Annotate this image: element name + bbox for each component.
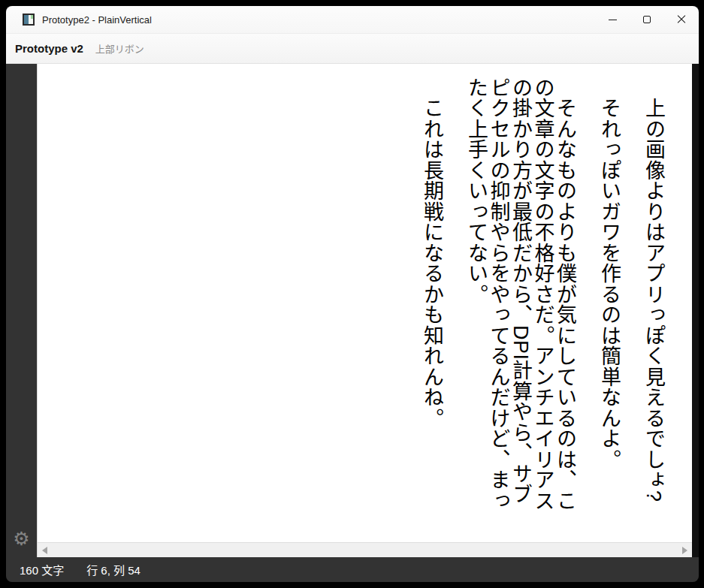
text-column: 上の画像よりはアプリっぽく見えるでしょ?	[642, 77, 665, 542]
vertical-text-editor[interactable]: 上の画像よりはアプリっぽく見えるでしょ? それっぽいガワを作るのは簡単なんよ。 …	[38, 64, 692, 542]
text-column: これは長期戦になるかも知れんね。	[421, 77, 443, 542]
text-column: たく上手くいってない。	[465, 77, 488, 542]
text-column: の掛かり方が最低だから、DPI計算やら、サブ	[509, 77, 532, 542]
scroll-right-icon[interactable]	[682, 547, 687, 554]
text-column: の文章の文字の不格好さだ。アンチエイリアス	[531, 77, 554, 542]
window-controls	[595, 6, 699, 33]
ribbon-menu-top[interactable]: 上部リボン	[95, 41, 144, 56]
text-column: そんなものよりも僕が気にしているのは、こ	[554, 77, 576, 542]
text-column: それっぽいガワを作るのは簡単なんよ。	[598, 77, 621, 542]
main-area: ⚙ 上の画像よりはアプリっぽく見えるでしょ? それっぽいガワを作るのは簡単なんよ…	[6, 64, 699, 557]
left-sidebar: ⚙	[6, 64, 37, 557]
editor-pane: 上の画像よりはアプリっぽく見えるでしょ? それっぽいガワを作るのは簡単なんよ。 …	[37, 64, 692, 557]
text-column	[620, 77, 642, 542]
minimize-icon	[609, 20, 617, 20]
maximize-icon	[643, 16, 651, 23]
app-icon	[23, 14, 35, 26]
maximize-button[interactable]	[630, 6, 664, 33]
status-cursor-position: 行 6, 列 54	[86, 562, 140, 577]
text-column	[576, 77, 598, 542]
settings-gear-icon[interactable]: ⚙	[13, 529, 29, 548]
horizontal-scrollbar[interactable]	[38, 542, 692, 557]
right-gutter	[692, 64, 699, 557]
scroll-left-icon[interactable]	[42, 547, 47, 554]
app-window: Prototype2 - PlainVertical Prototype v2 …	[6, 6, 699, 582]
text-column	[443, 77, 465, 542]
status-bar: 160 文字 行 6, 列 54	[6, 557, 699, 582]
ribbon-brand-label[interactable]: Prototype v2	[15, 42, 83, 55]
text-column: ピクセルの抑制やらをやってるんだけど、まっ	[487, 77, 509, 542]
title-bar[interactable]: Prototype2 - PlainVertical	[6, 6, 699, 34]
window-title: Prototype2 - PlainVertical	[42, 14, 152, 26]
minimize-button[interactable]	[595, 6, 630, 33]
status-char-count: 160 文字	[20, 562, 64, 577]
close-button[interactable]	[664, 6, 699, 33]
ribbon-bar: Prototype v2 上部リボン	[6, 34, 699, 64]
close-icon	[677, 15, 686, 24]
